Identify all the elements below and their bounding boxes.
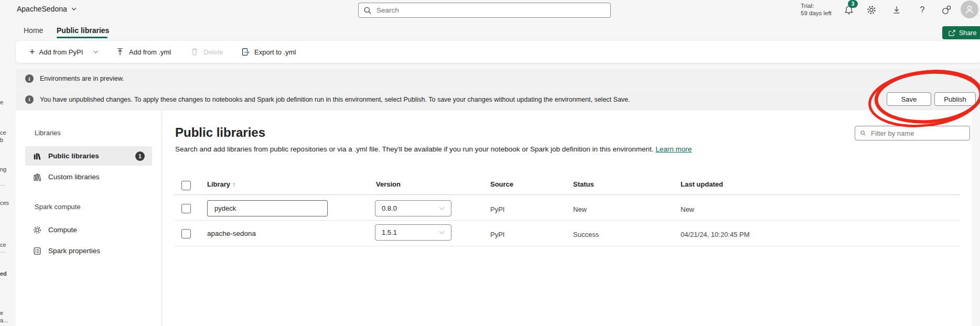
row-divider <box>175 246 960 246</box>
version-dropdown[interactable]: 1.5.1 <box>375 224 451 241</box>
filter-box <box>855 126 970 140</box>
column-header-status: Status <box>573 180 594 188</box>
row-checkbox[interactable] <box>181 229 191 238</box>
tab-home[interactable]: Home <box>24 26 43 35</box>
version-value: 0.8.0 <box>382 204 397 212</box>
rail-fragment: ng <box>0 166 6 172</box>
export-icon <box>241 47 250 57</box>
status-cell: Success <box>573 231 599 238</box>
libraries-toolbar: + Add from PyPI Add from .yml Delete Exp… <box>16 41 980 63</box>
page-title: Public libraries <box>175 125 265 140</box>
notifications-button[interactable]: 3 <box>840 2 858 18</box>
tab-public-libraries[interactable]: Public libraries <box>57 26 109 35</box>
column-header-source: Source <box>490 180 513 188</box>
share-label: Share <box>959 29 976 37</box>
column-header-version: Version <box>376 180 401 188</box>
add-from-yml-button[interactable]: Add from .yml <box>113 41 173 63</box>
sidebar-item-label: Custom libraries <box>48 173 100 181</box>
chevron-down-icon <box>439 207 445 210</box>
page-description: Search and add libraries from public rep… <box>175 145 692 153</box>
source-cell: PyPI <box>490 205 504 213</box>
export-to-yml-button[interactable]: Export to .yml <box>239 41 298 63</box>
sidebar-divider <box>161 111 162 326</box>
plus-icon: + <box>29 47 35 57</box>
add-from-yml-label: Add from .yml <box>129 48 171 56</box>
spark-compute-section-heading: Spark compute <box>35 203 80 211</box>
feedback-icon <box>941 4 952 16</box>
rail-divider <box>0 185 5 186</box>
rail-fragment: ce <box>0 242 6 248</box>
unpublished-banner-text: You have unpublished changes. To apply t… <box>40 96 630 103</box>
person-icon <box>964 4 975 15</box>
export-to-yml-label: Export to .yml <box>254 48 296 56</box>
rail-fragment: b <box>0 137 3 143</box>
share-button[interactable]: Share <box>942 26 980 39</box>
description-text: Search and add libraries from public rep… <box>175 145 654 153</box>
preview-banner-text: Environments are in preview. <box>40 75 124 82</box>
cpu-icon <box>33 225 42 235</box>
chevron-down-icon <box>71 7 77 10</box>
rail-fragment: ed <box>0 270 7 277</box>
preview-banner: i Environments are in preview. × <box>16 69 980 88</box>
environment-page: e ce b ng ces ce ed e a... ApacheSedona … <box>0 0 980 326</box>
column-header-library[interactable]: Library ↑ <box>207 180 235 188</box>
upload-icon <box>115 47 125 57</box>
books-outline-icon <box>33 172 42 182</box>
notification-badge: 3 <box>848 0 858 8</box>
gear-icon <box>866 5 877 15</box>
sidebar-item-label: Compute <box>48 226 77 234</box>
global-search-input[interactable] <box>375 6 605 15</box>
feedback-button[interactable] <box>938 2 955 18</box>
chevron-down-icon <box>439 231 445 234</box>
rail-fragment: a... <box>0 317 8 323</box>
publish-button[interactable]: Publish <box>934 92 976 106</box>
unpublished-changes-banner: i You have unpublished changes. To apply… <box>16 89 980 110</box>
sidebar-item-custom-libraries[interactable]: Custom libraries <box>25 167 152 187</box>
sidebar-item-label: Public libraries <box>48 152 99 160</box>
library-name-input[interactable] <box>207 200 328 216</box>
close-icon[interactable]: × <box>966 74 972 83</box>
sidebar-item-public-libraries[interactable]: Public libraries 1 <box>25 146 152 166</box>
content-panel <box>16 111 972 326</box>
search-icon <box>860 129 866 137</box>
settings-button[interactable] <box>863 2 880 18</box>
account-avatar[interactable] <box>961 1 978 18</box>
download-icon <box>891 5 902 15</box>
public-libraries-count-badge: 1 <box>135 151 145 161</box>
books-filled-icon <box>33 151 42 161</box>
sidebar-item-spark-properties[interactable]: Spark properties <box>25 241 152 260</box>
learn-more-link[interactable]: Learn more <box>655 145 692 153</box>
workspace-switcher[interactable]: ApacheSedona <box>17 5 77 13</box>
header-divider <box>175 194 960 195</box>
sidebar-item-compute[interactable]: Compute <box>25 220 152 240</box>
search-icon <box>364 7 371 14</box>
row-checkbox[interactable] <box>181 204 191 213</box>
status-cell: New <box>573 205 587 213</box>
add-from-pypi-button[interactable]: + Add from PyPI <box>27 41 100 63</box>
delete-label: Delete <box>203 48 223 56</box>
selected-tab-underline <box>57 37 107 38</box>
source-cell: PyPI <box>490 231 504 238</box>
version-dropdown[interactable]: 0.8.0 <box>375 200 451 216</box>
add-from-pypi-label: Add from PyPI <box>39 48 83 56</box>
info-icon: i <box>25 74 34 83</box>
select-all-checkbox[interactable] <box>181 181 191 190</box>
downloads-button[interactable] <box>888 2 906 18</box>
last-updated-cell: New <box>681 205 694 213</box>
rail-fragment: ce <box>0 129 6 136</box>
save-button[interactable]: Save <box>887 92 931 106</box>
chevron-down-icon <box>93 50 98 53</box>
version-value: 1.5.1 <box>382 229 397 236</box>
sidebar-item-label: Spark properties <box>48 247 100 255</box>
filter-by-name-input[interactable] <box>870 129 964 138</box>
properties-list-icon <box>33 246 42 256</box>
trial-status: Trial: 59 days left <box>801 2 832 17</box>
libraries-section-heading: Libraries <box>35 129 61 137</box>
global-search <box>358 3 611 18</box>
row-divider <box>175 220 960 221</box>
rail-divider <box>0 252 5 253</box>
info-icon: i <box>25 95 34 104</box>
trash-icon <box>190 47 199 57</box>
delete-button[interactable]: Delete <box>188 41 225 63</box>
help-button[interactable]: ? <box>913 2 931 18</box>
